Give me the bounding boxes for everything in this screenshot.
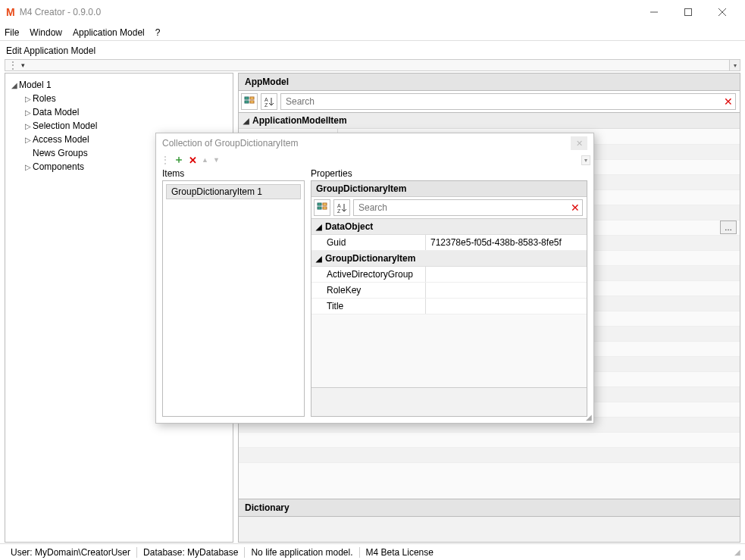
menu-help[interactable]: ?	[155, 27, 161, 38]
minimize-button[interactable]	[637, 1, 671, 23]
property-row[interactable]: Title	[311, 299, 587, 314]
properties-label: Properties	[311, 167, 587, 180]
expander-icon[interactable]: ▷	[23, 122, 33, 130]
tree-item-newsgroups[interactable]: News Groups	[33, 148, 88, 158]
category-row[interactable]: ◢DataObject	[311, 219, 587, 235]
dictionary-section-header: Dictionary	[238, 499, 740, 517]
svg-text:A: A	[265, 97, 268, 102]
add-item-button[interactable]: ＋	[174, 153, 184, 167]
move-up-button[interactable]: ▲	[202, 156, 208, 164]
tree-item-components[interactable]: Components	[33, 161, 84, 172]
tree-root[interactable]: Model 1	[19, 80, 52, 90]
menubar: File Window Application Model ?	[0, 24, 745, 41]
dialog-close-button[interactable]: ✕	[571, 136, 587, 150]
tree-item-datamodel[interactable]: Data Model	[33, 107, 79, 117]
maximize-button[interactable]	[671, 1, 705, 23]
categorized-view-button[interactable]	[241, 93, 258, 110]
app-logo: M	[6, 6, 15, 18]
grip-icon: ⋮	[161, 155, 169, 165]
clear-search-button[interactable]: ✕	[566, 202, 584, 214]
chevron-down-icon[interactable]: ▾	[21, 61, 25, 69]
property-row[interactable]: ActiveDirectoryGroup	[311, 267, 587, 283]
close-button[interactable]	[705, 1, 739, 23]
svg-rect-14	[323, 207, 327, 209]
items-list: GroupDictionaryItem 1	[162, 180, 305, 417]
expander-icon[interactable]: ▷	[23, 95, 33, 103]
list-item[interactable]: GroupDictionaryItem 1	[166, 184, 301, 199]
menu-application-model[interactable]: Application Model	[73, 27, 145, 38]
titlebar: M M4 Creator - 0.9.0.0	[0, 0, 745, 24]
tree-item-roles[interactable]: Roles	[33, 93, 56, 104]
svg-text:A: A	[337, 203, 341, 208]
svg-rect-7	[250, 101, 254, 103]
collection-editor-dialog: Collection of GroupDictionaryItem ✕ ⋮ ＋ …	[155, 133, 594, 424]
svg-rect-6	[250, 97, 254, 99]
remove-item-button[interactable]: ✕	[189, 155, 197, 166]
alphabetical-view-button[interactable]: AZ	[261, 93, 277, 110]
svg-rect-12	[318, 207, 321, 209]
items-label: Items	[162, 167, 305, 180]
toolbar-overflow-button[interactable]: ▾	[729, 60, 740, 70]
svg-rect-1	[684, 9, 691, 16]
expander-icon[interactable]: ▷	[23, 163, 33, 171]
status-user: User: MyDomain\CreatorUser	[5, 547, 137, 558]
status-license: M4 Beta License	[360, 547, 440, 558]
ellipsis-button[interactable]: …	[720, 221, 737, 234]
dialog-title: Collection of GroupDictionaryItem	[162, 138, 298, 149]
svg-text:Z: Z	[337, 208, 341, 213]
clear-search-button[interactable]: ✕	[719, 95, 737, 108]
expander-icon[interactable]: ▷	[23, 136, 33, 144]
statusbar: User: MyDomain\CreatorUser Database: MyD…	[0, 543, 745, 560]
alphabetical-view-button[interactable]: AZ	[333, 199, 350, 216]
mini-toolbar: ⋮ ▾ ▾	[5, 59, 740, 71]
svg-rect-5	[245, 101, 249, 103]
window-title: M4 Creator - 0.9.0.0	[20, 7, 101, 17]
grip-icon: ⋮	[8, 60, 17, 70]
menu-window[interactable]: Window	[30, 27, 62, 38]
section-label: Edit Application Model	[5, 44, 740, 59]
property-row[interactable]: RoleKey	[311, 283, 587, 299]
move-down-button[interactable]: ▼	[213, 156, 220, 164]
props-header: GroupDictionaryItem	[311, 181, 587, 197]
resize-grip-icon[interactable]: ◢	[734, 548, 740, 556]
tree-item-selectionmodel[interactable]: Selection Model	[33, 120, 97, 131]
expander-icon[interactable]: ▷	[23, 108, 33, 117]
property-row[interactable]: Guid 712378e5-f05d-438b-8583-8fe5f	[311, 235, 587, 251]
status-database: Database: MyDatabase	[137, 547, 245, 558]
menu-file[interactable]: File	[5, 27, 19, 38]
categorized-view-button[interactable]	[314, 199, 330, 216]
svg-rect-11	[318, 203, 321, 205]
appmodel-header: AppModel	[238, 73, 740, 90]
description-box	[311, 387, 587, 416]
svg-text:Z: Z	[265, 102, 268, 107]
category-row[interactable]: ◢ApplicationModelItem	[239, 113, 740, 129]
tree-item-accessmodel[interactable]: Access Model	[33, 134, 89, 145]
toolbar-overflow-button[interactable]: ▾	[581, 155, 590, 165]
status-life: No life application model.	[245, 547, 359, 558]
category-row[interactable]: ◢GroupDictionaryItem	[311, 251, 587, 267]
properties-grid: GroupDictionaryItem AZ ✕ ◢DataObject Gui…	[311, 180, 587, 417]
search-input[interactable]	[280, 93, 736, 110]
search-input[interactable]	[353, 199, 583, 216]
property-key: Guid	[311, 235, 425, 250]
resize-grip-icon[interactable]: ◢	[586, 413, 592, 421]
svg-rect-13	[323, 203, 327, 205]
svg-rect-4	[245, 97, 249, 99]
expander-icon[interactable]: ◢	[243, 117, 249, 125]
property-value[interactable]: 712378e5-f05d-438b-8583-8fe5f	[425, 235, 587, 250]
expander-icon[interactable]: ◢	[10, 81, 19, 89]
